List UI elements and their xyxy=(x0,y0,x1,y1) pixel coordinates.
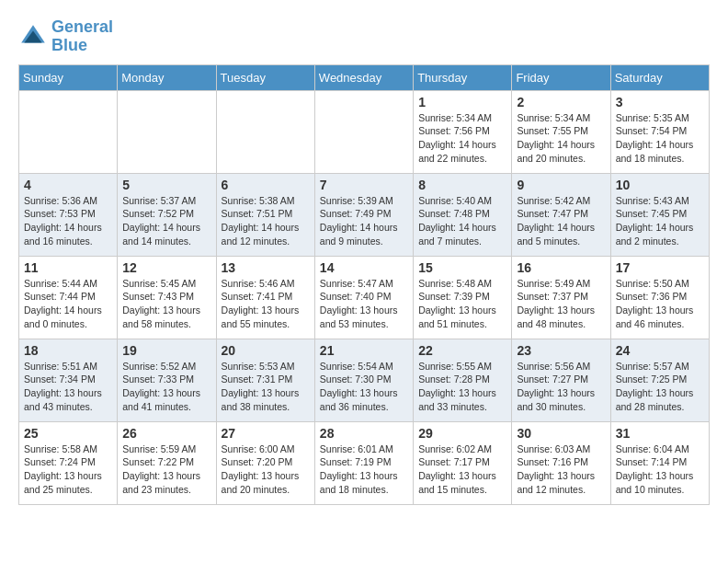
day-number: 11 xyxy=(24,260,112,275)
day-info: Sunrise: 5:42 AM Sunset: 7:47 PM Dayligh… xyxy=(517,194,605,248)
calendar-cell: 5Sunrise: 5:37 AM Sunset: 7:52 PM Daylig… xyxy=(118,173,216,256)
day-info: Sunrise: 5:34 AM Sunset: 7:55 PM Dayligh… xyxy=(517,111,605,166)
weekday-header-thursday: Thursday xyxy=(414,64,512,90)
day-number: 5 xyxy=(122,178,210,192)
calendar-cell: 17Sunrise: 5:50 AM Sunset: 7:36 PM Dayli… xyxy=(610,256,709,339)
logo: General Blue xyxy=(18,18,113,55)
day-number: 13 xyxy=(222,260,310,275)
calendar-cell: 27Sunrise: 6:00 AM Sunset: 7:20 PM Dayli… xyxy=(216,421,314,504)
calendar-cell: 29Sunrise: 6:02 AM Sunset: 7:17 PM Dayli… xyxy=(414,421,512,504)
calendar-cell: 9Sunrise: 5:42 AM Sunset: 7:47 PM Daylig… xyxy=(512,173,610,256)
day-info: Sunrise: 6:01 AM Sunset: 7:19 PM Dayligh… xyxy=(320,442,408,497)
day-number: 14 xyxy=(320,260,408,275)
calendar-week-row: 18Sunrise: 5:51 AM Sunset: 7:34 PM Dayli… xyxy=(19,339,710,421)
calendar-cell xyxy=(19,90,118,173)
calendar-cell: 23Sunrise: 5:56 AM Sunset: 7:27 PM Dayli… xyxy=(512,339,610,421)
day-number: 16 xyxy=(517,260,605,275)
day-number: 31 xyxy=(616,426,704,441)
logo-icon xyxy=(18,22,48,52)
day-info: Sunrise: 5:48 AM Sunset: 7:39 PM Dayligh… xyxy=(418,277,506,331)
calendar-cell: 20Sunrise: 5:53 AM Sunset: 7:31 PM Dayli… xyxy=(216,339,314,421)
calendar-cell: 31Sunrise: 6:04 AM Sunset: 7:14 PM Dayli… xyxy=(610,421,709,504)
day-info: Sunrise: 6:00 AM Sunset: 7:20 PM Dayligh… xyxy=(222,442,310,497)
day-number: 6 xyxy=(222,178,310,192)
day-number: 19 xyxy=(122,343,210,358)
calendar-cell: 26Sunrise: 5:59 AM Sunset: 7:22 PM Dayli… xyxy=(118,421,216,504)
calendar-cell: 30Sunrise: 6:03 AM Sunset: 7:16 PM Dayli… xyxy=(512,421,610,504)
calendar-cell: 10Sunrise: 5:43 AM Sunset: 7:45 PM Dayli… xyxy=(610,173,709,256)
day-number: 27 xyxy=(222,426,310,441)
day-number: 12 xyxy=(122,260,210,275)
day-info: Sunrise: 5:52 AM Sunset: 7:33 PM Dayligh… xyxy=(122,360,210,414)
calendar-cell: 19Sunrise: 5:52 AM Sunset: 7:33 PM Dayli… xyxy=(118,339,216,421)
calendar-cell: 1Sunrise: 5:34 AM Sunset: 7:56 PM Daylig… xyxy=(414,90,512,173)
calendar-cell: 15Sunrise: 5:48 AM Sunset: 7:39 PM Dayli… xyxy=(414,256,512,339)
calendar-cell: 3Sunrise: 5:35 AM Sunset: 7:54 PM Daylig… xyxy=(610,90,709,173)
calendar-cell: 2Sunrise: 5:34 AM Sunset: 7:55 PM Daylig… xyxy=(512,90,610,173)
weekday-header-tuesday: Tuesday xyxy=(216,64,314,90)
day-number: 29 xyxy=(418,426,506,441)
weekday-header-saturday: Saturday xyxy=(610,64,709,90)
day-number: 9 xyxy=(517,178,605,192)
calendar-cell: 13Sunrise: 5:46 AM Sunset: 7:41 PM Dayli… xyxy=(216,256,314,339)
weekday-header-friday: Friday xyxy=(512,64,610,90)
day-info: Sunrise: 5:36 AM Sunset: 7:53 PM Dayligh… xyxy=(24,194,112,248)
calendar-cell: 28Sunrise: 6:01 AM Sunset: 7:19 PM Dayli… xyxy=(314,421,413,504)
day-info: Sunrise: 5:44 AM Sunset: 7:44 PM Dayligh… xyxy=(24,277,112,331)
calendar-cell: 4Sunrise: 5:36 AM Sunset: 7:53 PM Daylig… xyxy=(19,173,118,256)
day-number: 2 xyxy=(517,95,605,109)
calendar-cell: 25Sunrise: 5:58 AM Sunset: 7:24 PM Dayli… xyxy=(19,421,118,504)
day-info: Sunrise: 5:45 AM Sunset: 7:43 PM Dayligh… xyxy=(122,277,210,331)
day-info: Sunrise: 6:04 AM Sunset: 7:14 PM Dayligh… xyxy=(616,442,704,497)
calendar-cell: 7Sunrise: 5:39 AM Sunset: 7:49 PM Daylig… xyxy=(314,173,413,256)
day-number: 21 xyxy=(320,343,408,358)
weekday-header-sunday: Sunday xyxy=(19,64,118,90)
day-info: Sunrise: 5:59 AM Sunset: 7:22 PM Dayligh… xyxy=(122,442,210,497)
page-header: General Blue xyxy=(18,18,710,55)
day-number: 4 xyxy=(24,178,112,192)
day-number: 30 xyxy=(517,426,605,441)
weekday-header-wednesday: Wednesday xyxy=(314,64,413,90)
calendar-cell: 12Sunrise: 5:45 AM Sunset: 7:43 PM Dayli… xyxy=(118,256,216,339)
calendar-cell: 8Sunrise: 5:40 AM Sunset: 7:48 PM Daylig… xyxy=(414,173,512,256)
day-info: Sunrise: 5:53 AM Sunset: 7:31 PM Dayligh… xyxy=(222,360,310,414)
calendar-week-row: 11Sunrise: 5:44 AM Sunset: 7:44 PM Dayli… xyxy=(19,256,710,339)
day-info: Sunrise: 5:56 AM Sunset: 7:27 PM Dayligh… xyxy=(517,360,605,414)
calendar-cell: 11Sunrise: 5:44 AM Sunset: 7:44 PM Dayli… xyxy=(19,256,118,339)
day-info: Sunrise: 5:57 AM Sunset: 7:25 PM Dayligh… xyxy=(616,360,704,414)
calendar-cell: 16Sunrise: 5:49 AM Sunset: 7:37 PM Dayli… xyxy=(512,256,610,339)
day-info: Sunrise: 5:50 AM Sunset: 7:36 PM Dayligh… xyxy=(616,277,704,331)
calendar-week-row: 1Sunrise: 5:34 AM Sunset: 7:56 PM Daylig… xyxy=(19,90,710,173)
day-info: Sunrise: 5:35 AM Sunset: 7:54 PM Dayligh… xyxy=(616,111,704,166)
weekday-header-row: SundayMondayTuesdayWednesdayThursdayFrid… xyxy=(19,64,710,90)
calendar-cell: 24Sunrise: 5:57 AM Sunset: 7:25 PM Dayli… xyxy=(610,339,709,421)
day-info: Sunrise: 5:34 AM Sunset: 7:56 PM Dayligh… xyxy=(418,111,506,166)
calendar-cell: 21Sunrise: 5:54 AM Sunset: 7:30 PM Dayli… xyxy=(314,339,413,421)
calendar-week-row: 4Sunrise: 5:36 AM Sunset: 7:53 PM Daylig… xyxy=(19,173,710,256)
day-info: Sunrise: 5:54 AM Sunset: 7:30 PM Dayligh… xyxy=(320,360,408,414)
day-info: Sunrise: 5:40 AM Sunset: 7:48 PM Dayligh… xyxy=(418,194,506,248)
logo-text: General Blue xyxy=(51,18,113,55)
day-info: Sunrise: 5:38 AM Sunset: 7:51 PM Dayligh… xyxy=(222,194,310,248)
day-number: 18 xyxy=(24,343,112,358)
day-info: Sunrise: 5:37 AM Sunset: 7:52 PM Dayligh… xyxy=(122,194,210,248)
weekday-header-monday: Monday xyxy=(118,64,216,90)
calendar-cell: 14Sunrise: 5:47 AM Sunset: 7:40 PM Dayli… xyxy=(314,256,413,339)
day-number: 17 xyxy=(616,260,704,275)
day-info: Sunrise: 5:55 AM Sunset: 7:28 PM Dayligh… xyxy=(418,360,506,414)
day-number: 22 xyxy=(418,343,506,358)
day-number: 25 xyxy=(24,426,112,441)
day-info: Sunrise: 5:47 AM Sunset: 7:40 PM Dayligh… xyxy=(320,277,408,331)
calendar-cell xyxy=(216,90,314,173)
day-number: 26 xyxy=(122,426,210,441)
day-info: Sunrise: 5:43 AM Sunset: 7:45 PM Dayligh… xyxy=(616,194,704,248)
day-info: Sunrise: 5:46 AM Sunset: 7:41 PM Dayligh… xyxy=(222,277,310,331)
day-number: 24 xyxy=(616,343,704,358)
day-number: 15 xyxy=(418,260,506,275)
day-info: Sunrise: 6:02 AM Sunset: 7:17 PM Dayligh… xyxy=(418,442,506,497)
day-number: 20 xyxy=(222,343,310,358)
day-info: Sunrise: 5:51 AM Sunset: 7:34 PM Dayligh… xyxy=(24,360,112,414)
day-number: 23 xyxy=(517,343,605,358)
calendar-cell xyxy=(314,90,413,173)
day-info: Sunrise: 5:49 AM Sunset: 7:37 PM Dayligh… xyxy=(517,277,605,331)
